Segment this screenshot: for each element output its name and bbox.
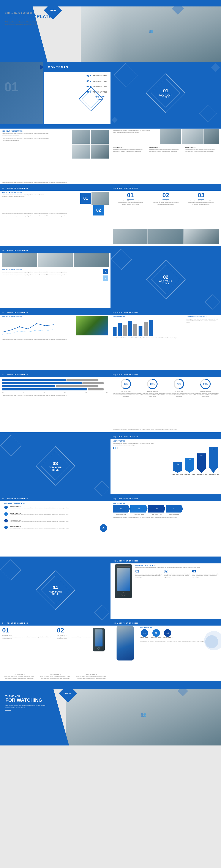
h-bar-fill-4b — [88, 388, 104, 391]
about-1-text-1: Lorem ipsum dolor sit amet, consectetur … — [2, 132, 50, 136]
contents-header-bar: CONTENTS — [43, 62, 110, 72]
item-num-1: 01 — [87, 74, 89, 77]
item-num-3: 03 — [87, 86, 89, 88]
about-header-5: 02 | ABOUT OUR BUSINESS — [2, 250, 29, 251]
photo-2-2 — [182, 129, 203, 144]
about-top-bar — [0, 124, 110, 129]
row-2: CONTENTS 01 ADD YOUR TITLE 02 ADD YOUR T… — [0, 62, 221, 124]
thank-you-slide: 👥 THANK YOU FOR WATCHING With equal pass… — [0, 683, 221, 745]
row-5: 02 | ABOUT OUR BUSINESS ADD YOUR PROJECT… — [0, 248, 221, 311]
s03-deco-tl — [0, 435, 22, 457]
h-bar-fill-3b — [56, 385, 98, 388]
item-num-2: 02 — [87, 80, 89, 83]
about-2-col-1: ADD YOUR TITLE Lorem ipsum dolor sit ame… — [113, 147, 147, 152]
arrow-chain: 01 02 03 04 — [113, 505, 219, 513]
cr-3-lbl: ADD YOUR TITLE — [163, 637, 172, 639]
about-4-text-1: Lorem ipsum dolor sit amet, consectetur … — [117, 200, 143, 205]
cr-item-1: 01 ADD YOUR TITLE — [139, 629, 149, 639]
about-1-bottom-text: Lorem ipsum dolor sit amet, consectetur … — [2, 181, 108, 183]
about-slide-2: 01 | ABOUT OUR BUSINESS Lorem ipsum dolo… — [110, 124, 221, 186]
circle-2-text: Lorem ipsum dolor sit amet, consectetur … — [139, 393, 166, 397]
s02-text: 02 ADD YOUR TITLE — [159, 274, 172, 285]
phone-speaker — [117, 566, 130, 567]
about-12-bottom-bar — [110, 557, 221, 559]
about-15-bottom-bar — [110, 681, 221, 683]
timeline: ADD YOUR PROJECT TITLE 1 ADD YOUR TITLE … — [4, 502, 108, 529]
about-4-text-2: Lorem ipsum dolor sit amet, consectetur … — [153, 200, 179, 205]
svg-point-0 — [36, 323, 37, 324]
h-bar-row-3 — [2, 385, 108, 388]
arrow-label-3: ADD YOUR TITLE — [196, 473, 207, 475]
b14-txt-1: Lorem ipsum dolor sit amet, consectetur … — [2, 676, 36, 679]
h-bar-scale: 20 40 60 80 100 120 — [2, 392, 108, 393]
about-2-col3-title: ADD YOUR TITLE — [185, 147, 219, 148]
s01-center: 01 ADD YOUR TITLE — [152, 79, 180, 107]
cr-1: 01 — [141, 629, 148, 637]
section-01-slide: 01 ADD YOUR TITLE — [110, 62, 221, 124]
about-7-text: Lorem ipsum dolor sit amet, consectetur … — [113, 337, 219, 339]
about-header-6: 02 | ABOUT OUR BUSINESS — [2, 312, 29, 313]
about-4-item-3: 03 Lorem ipsum dolor sit amet, consectet… — [188, 192, 214, 205]
about-header-4: 01 | ABOUT OUR BUSINESS — [113, 187, 139, 189]
c3-num: 03 — [192, 569, 219, 574]
about-15-phone-area — [112, 626, 138, 669]
about-2-col2-title: ADD YOUR TITLE — [149, 147, 183, 148]
about-8-content: 20 40 60 80 100 120 Lorem ipsum dolor si… — [2, 378, 108, 396]
s03-center: 03 ADD YOUR TITLE — [41, 452, 69, 480]
phone-screen — [117, 568, 130, 591]
about-slide-14: 04 | ABOUT OUR BUSINESS 01 ADD YOUR TITL… — [0, 621, 110, 683]
about-15-screen — [117, 626, 134, 660]
section-03-slide: 03 ADD YOUR TITLE — [0, 435, 110, 497]
phone-button — [122, 592, 125, 596]
about-2-col-2: ADD YOUR TITLE Lorem ipsum dolor sit ame… — [149, 147, 183, 152]
s02-add: ADD YOUR — [159, 280, 172, 282]
about-2-col-3: ADD YOUR TITLE Lorem ipsum dolor sit ame… — [185, 147, 219, 152]
ty-content: THANK YOU FOR WATCHING With equal passio… — [5, 695, 49, 711]
about-5-text: Lorem ipsum dolor sit amet, consectetur … — [2, 271, 108, 273]
about-2-col3-text: Lorem ipsum dolor sit amet, consectetur … — [185, 149, 219, 152]
chain-lbl-4: ADD YOUR TITLE — [166, 514, 183, 515]
s03-num: 03 — [49, 461, 62, 466]
cr-2: 02 — [152, 629, 160, 637]
phone-body — [115, 564, 132, 598]
cover-photo-placeholder: 👥 — [149, 29, 153, 33]
header-text-3: ABOUT OUR BUSINESS — [7, 187, 28, 189]
section-04-slide: 04 ADD YOUR TITLE — [0, 559, 110, 621]
about-11-bottom-bar — [0, 557, 110, 559]
about-slide-8: 02 | ABOUT OUR BUSINESS — [0, 373, 110, 435]
about-header-11: 03 | ABOUT OUR BUSINESS — [2, 498, 29, 500]
b14-txt-2: Lorem ipsum dolor sit amet, consectetur … — [38, 676, 72, 679]
bar-1 — [113, 327, 117, 336]
about-4-bottom-bar — [110, 246, 221, 248]
cover-blue-shape-left — [0, 0, 48, 62]
bar-8 — [149, 320, 153, 336]
row-4: 01 | ABOUT OUR BUSINESS ADD YOUR PROJECT… — [0, 186, 221, 248]
photo-2-1 — [160, 129, 181, 144]
about-13-c2: 02 Lorem ipsum dolor sit amet, consectet… — [164, 569, 191, 578]
about-3-proj: ADD YOUR PROJECT TITLE — [2, 192, 45, 193]
arrow-item-2: 02 ADD YOUR TITLE — [184, 458, 195, 475]
contents-big-num: 01 — [4, 80, 19, 94]
n14-1: 01 — [2, 627, 54, 634]
tl-content-2: ADD YOUR TITLE Lorem ipsum dolor sit ame… — [10, 513, 69, 516]
about-6-photo — [76, 316, 108, 335]
about-15-bg-circle-2 — [205, 635, 218, 648]
about-header-3: 01 | ABOUT OUR BUSINESS — [2, 187, 29, 189]
svg-point-1 — [19, 326, 20, 328]
about-4-photo-2 — [148, 229, 183, 244]
item-dot-1 — [90, 75, 92, 76]
num-02-text: 02 — [96, 208, 101, 213]
b14-item-1: ADD YOUR TITLE Lorem ipsum dolor sit ame… — [2, 674, 36, 679]
h-bars — [2, 379, 108, 391]
row-7: 02 | ABOUT OUR BUSINESS — [0, 373, 221, 435]
chain-3-label: 03 — [156, 508, 158, 509]
about-12-text: Lorem ipsum dolor sit amet, consectetur … — [113, 517, 219, 518]
about-3-num-01: 01 — [80, 193, 91, 204]
cover-blue-line — [5, 27, 11, 27]
row-11: 04 | ABOUT OUR BUSINESS 01 ADD YOUR TITL… — [0, 621, 221, 683]
about-header-10: 03 | ABOUT OUR BUSINESS — [113, 436, 139, 437]
cr-3: 03 — [164, 629, 171, 637]
photo-3 — [72, 145, 90, 159]
about-4-nums: 01 Lorem ipsum dolor sit amet, consectet… — [113, 192, 219, 205]
ty-blue-left — [0, 683, 69, 745]
